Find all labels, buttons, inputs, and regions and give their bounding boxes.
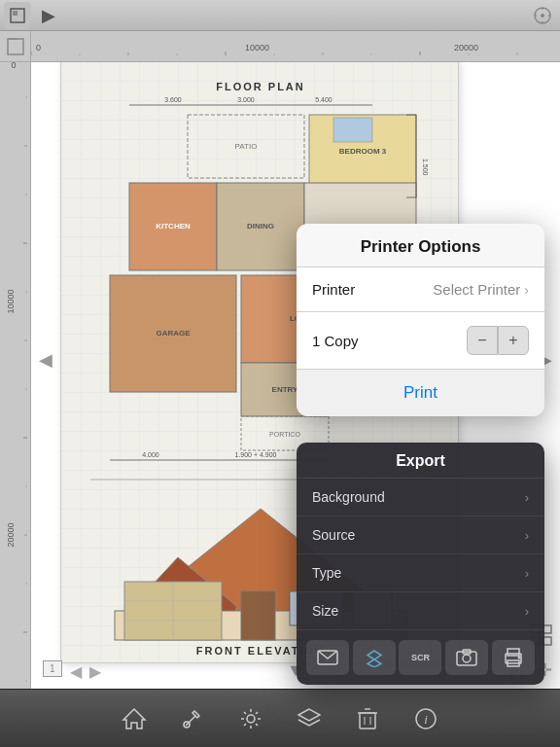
toolbar-icon-nav[interactable] xyxy=(529,2,556,29)
printer-label: Printer xyxy=(312,281,355,298)
svg-rect-99 xyxy=(508,649,519,656)
trash-button[interactable] xyxy=(350,701,385,736)
svg-text:20000: 20000 xyxy=(6,522,16,547)
svg-text:3.600: 3.600 xyxy=(164,96,182,103)
export-background-label: Background xyxy=(312,489,385,505)
nav-arrow-right-bottom[interactable]: ▶ xyxy=(89,662,101,681)
svg-text:GARAGE: GARAGE xyxy=(156,329,191,338)
svg-text:0: 0 xyxy=(36,43,41,53)
export-popup: Export Background › Source › Type › Size… xyxy=(297,443,544,685)
svg-text:DINING: DINING xyxy=(247,222,274,231)
layers-button[interactable] xyxy=(292,701,327,736)
ruler-top: 0 10000 20000 xyxy=(31,31,560,62)
svg-text:ENTRY: ENTRY xyxy=(272,385,298,394)
export-photo-button[interactable] xyxy=(445,640,488,675)
export-background-row[interactable]: Background › xyxy=(297,479,544,516)
export-print-button[interactable] xyxy=(492,640,535,675)
svg-text:BEDROOM 3: BEDROOM 3 xyxy=(339,147,387,156)
svg-rect-53 xyxy=(333,118,372,142)
svg-marker-94 xyxy=(368,651,381,667)
svg-rect-106 xyxy=(360,713,375,729)
svg-rect-1 xyxy=(13,11,18,16)
svg-text:KITCHEN: KITCHEN xyxy=(156,222,191,231)
printer-row[interactable]: Printer Select Printer › xyxy=(297,267,544,312)
tools-button[interactable] xyxy=(175,701,210,736)
ruler-corner xyxy=(0,31,31,62)
svg-text:1.500: 1.500 xyxy=(422,159,429,176)
nav-arrow-left-bottom[interactable]: ◀ xyxy=(70,662,82,681)
print-button[interactable]: Print xyxy=(403,383,438,403)
printer-options-popup: Printer Options Printer Select Printer ›… xyxy=(297,224,544,416)
home-button[interactable] xyxy=(117,701,152,736)
svg-point-104 xyxy=(247,715,255,723)
export-source-label: Source xyxy=(312,527,355,543)
export-type-label: Type xyxy=(312,565,341,581)
svg-rect-25 xyxy=(0,49,27,716)
printer-value: Select Printer › xyxy=(433,281,529,298)
ruler-left: 0 10000 20000 xyxy=(0,49,31,747)
copy-row: 1 Copy − + xyxy=(297,312,544,370)
svg-text:20000: 20000 xyxy=(454,43,478,53)
svg-point-101 xyxy=(518,657,521,659)
svg-text:10000: 10000 xyxy=(245,43,269,53)
svg-text:1.900 + 4.900: 1.900 + 4.900 xyxy=(234,451,276,458)
svg-rect-8 xyxy=(8,39,23,54)
svg-rect-90 xyxy=(543,625,551,633)
toolbar-top: ▶ xyxy=(0,0,560,31)
svg-text:PATIO: PATIO xyxy=(235,142,258,151)
svg-text:10000: 10000 xyxy=(6,289,16,313)
svg-rect-82 xyxy=(241,591,275,640)
export-title: Export xyxy=(297,443,544,479)
svg-text:PORTICO: PORTICO xyxy=(269,431,300,438)
svg-point-7 xyxy=(541,14,544,18)
export-type-row[interactable]: Type › xyxy=(297,554,544,592)
export-size-label: Size xyxy=(312,603,338,619)
svg-text:3.000: 3.000 xyxy=(237,96,255,103)
svg-rect-92 xyxy=(543,637,551,645)
printer-options-title: Printer Options xyxy=(297,224,544,267)
copy-label: 1 Copy xyxy=(312,333,359,349)
scroll-left[interactable]: ◀ xyxy=(39,349,52,371)
export-dropbox-button[interactable] xyxy=(353,640,396,675)
copy-controls: − + xyxy=(467,326,529,355)
svg-rect-10 xyxy=(31,38,560,55)
svg-rect-60 xyxy=(304,183,416,227)
copy-minus-button[interactable]: − xyxy=(467,326,498,355)
export-screenshot-button[interactable]: SCR xyxy=(399,640,441,675)
svg-text:i: i xyxy=(424,712,428,727)
settings-button[interactable] xyxy=(233,701,268,736)
export-source-row[interactable]: Source › xyxy=(297,516,544,554)
export-size-chevron: › xyxy=(525,604,529,619)
export-type-chevron: › xyxy=(525,566,529,581)
export-background-chevron: › xyxy=(525,490,529,505)
toolbar-icon-2[interactable]: ▶ xyxy=(35,2,62,29)
info-button[interactable]: i xyxy=(408,701,443,736)
svg-text:4.000: 4.000 xyxy=(142,451,159,458)
svg-point-96 xyxy=(463,655,471,662)
export-mail-button[interactable] xyxy=(306,640,349,675)
page-indicator: 1 xyxy=(43,660,62,677)
svg-text:5.400: 5.400 xyxy=(315,96,332,103)
printer-chevron-icon: › xyxy=(524,282,529,298)
print-row: Print xyxy=(297,370,544,416)
export-icons-row: SCR xyxy=(297,630,544,685)
toolbar-bottom: i xyxy=(0,689,560,747)
export-source-chevron: › xyxy=(525,528,529,543)
svg-marker-105 xyxy=(298,709,320,721)
svg-text:FLOOR PLAN: FLOOR PLAN xyxy=(216,81,305,92)
toolbar-icon-1[interactable] xyxy=(4,2,31,29)
export-size-row[interactable]: Size › xyxy=(297,592,544,630)
svg-marker-102 xyxy=(123,709,145,729)
copy-plus-button[interactable]: + xyxy=(498,326,529,355)
